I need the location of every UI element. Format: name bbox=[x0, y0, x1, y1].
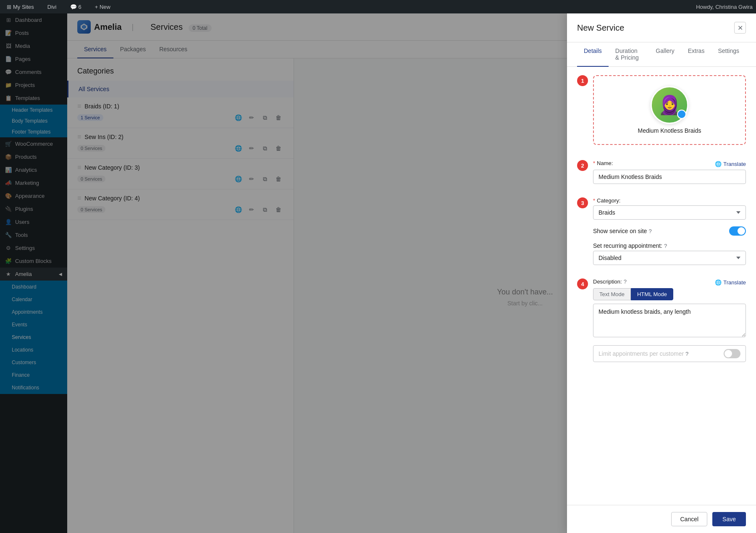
globe-translate-icon: 🌐 bbox=[715, 161, 722, 167]
drawer-tab-extras[interactable]: Extras bbox=[681, 42, 711, 67]
drawer-body: 1 🧕 Medium Knotless Braids 2 bbox=[567, 67, 756, 505]
description-textarea[interactable]: Medium knotless braids, any length bbox=[593, 304, 746, 337]
admin-bar: ⊞ My Sites Divi 💬 6 + New Howdy, Christi… bbox=[0, 0, 756, 13]
description-form-header: Description: ? 🌐 Translate bbox=[593, 278, 746, 286]
recurring-label: Set recurring appointment: ? bbox=[593, 242, 746, 249]
drawer-title: New Service bbox=[577, 23, 624, 33]
limit-appointments-row: Limit appointments per customer ? bbox=[593, 345, 746, 362]
image-section: 1 🧕 Medium Knotless Braids bbox=[577, 75, 746, 153]
description-label: Description: ? bbox=[593, 278, 627, 285]
drawer-tabs: Details Duration & Pricing Gallery Extra… bbox=[567, 42, 756, 67]
help-limit-icon: ? bbox=[685, 351, 688, 357]
admin-bar-new[interactable]: + New bbox=[92, 4, 114, 10]
admin-bar-user: Howdy, Christina Gwira bbox=[696, 4, 753, 10]
translate-description-link[interactable]: 🌐 Translate bbox=[715, 279, 746, 286]
drawer-close-button[interactable]: ✕ bbox=[734, 22, 746, 34]
limit-toggle[interactable] bbox=[724, 349, 740, 358]
description-section-content: Description: ? 🌐 Translate Text Mode bbox=[593, 278, 746, 369]
html-mode-button[interactable]: HTML Mode bbox=[631, 288, 673, 300]
help-description-icon: ? bbox=[624, 278, 627, 285]
name-input[interactable] bbox=[593, 170, 746, 184]
step-1-badge: 1 bbox=[577, 75, 588, 86]
show-on-site-row: Show service on site ? bbox=[593, 226, 746, 236]
admin-bar-divi[interactable]: Divi bbox=[44, 4, 60, 10]
text-mode-button[interactable]: Text Mode bbox=[593, 288, 631, 300]
help-show-icon: ? bbox=[648, 228, 651, 234]
name-form-header: * Name: 🌐 Translate bbox=[593, 160, 746, 168]
wp-logo-icon: ⊞ bbox=[7, 4, 11, 10]
category-select[interactable]: Braids Sew Ins New Category bbox=[593, 205, 746, 220]
drawer-header: New Service ✕ bbox=[567, 13, 756, 42]
image-upload-area[interactable]: 🧕 Medium Knotless Braids bbox=[593, 75, 746, 145]
drawer-tab-gallery[interactable]: Gallery bbox=[649, 42, 681, 67]
drawer-footer: Cancel Save bbox=[567, 505, 756, 533]
show-on-site-label: Show service on site ? bbox=[593, 228, 652, 234]
step-3-badge: 3 bbox=[577, 197, 588, 208]
drawer-tab-settings[interactable]: Settings bbox=[711, 42, 746, 67]
limit-input-wrap: Limit appointments per customer ? bbox=[593, 345, 746, 362]
drawer-tab-details[interactable]: Details bbox=[577, 42, 609, 67]
name-form-row: * Name: 🌐 Translate bbox=[593, 160, 746, 184]
globe-translate-desc-icon: 🌐 bbox=[715, 279, 722, 286]
new-service-drawer: New Service ✕ Details Duration & Pricing… bbox=[567, 13, 756, 533]
comments-icon: 💬 bbox=[70, 4, 77, 10]
limit-placeholder: Limit appointments per customer ? bbox=[598, 350, 688, 357]
step-2-badge: 2 bbox=[577, 160, 588, 171]
name-section-content: * Name: 🌐 Translate bbox=[593, 160, 746, 191]
show-on-site-toggle[interactable] bbox=[729, 226, 746, 236]
category-label: * Category: bbox=[593, 197, 746, 204]
cancel-button[interactable]: Cancel bbox=[671, 512, 707, 526]
translate-name-link[interactable]: 🌐 Translate bbox=[715, 161, 746, 167]
category-section: 3 * Category: Braids Sew Ins New Categor… bbox=[577, 197, 746, 272]
admin-bar-comments[interactable]: 💬 6 bbox=[67, 4, 85, 10]
step-4-badge: 4 bbox=[577, 278, 588, 289]
admin-bar-mysites[interactable]: ⊞ My Sites bbox=[3, 4, 37, 10]
description-section: 4 Description: ? 🌐 Translate bbox=[577, 278, 746, 369]
description-form-row: Description: ? 🌐 Translate Text Mode bbox=[593, 278, 746, 339]
category-form-row: * Category: Braids Sew Ins New Category bbox=[593, 197, 746, 220]
name-label: * Name: bbox=[593, 160, 613, 166]
image-section-content: 🧕 Medium Knotless Braids bbox=[593, 75, 746, 153]
save-button[interactable]: Save bbox=[712, 512, 746, 526]
help-recurring-icon: ? bbox=[664, 243, 667, 249]
recurring-select[interactable]: Disabled Daily Weekly bbox=[593, 251, 746, 265]
avatar-service-name: Medium Knotless Braids bbox=[604, 127, 735, 134]
category-section-content: * Category: Braids Sew Ins New Category … bbox=[593, 197, 746, 272]
drawer-tab-duration-pricing[interactable]: Duration & Pricing bbox=[609, 42, 649, 67]
recurring-row: Set recurring appointment: ? Disabled Da… bbox=[593, 242, 746, 265]
name-section: 2 * Name: 🌐 Translate bbox=[577, 160, 746, 191]
description-mode-buttons: Text Mode HTML Mode bbox=[593, 288, 746, 300]
